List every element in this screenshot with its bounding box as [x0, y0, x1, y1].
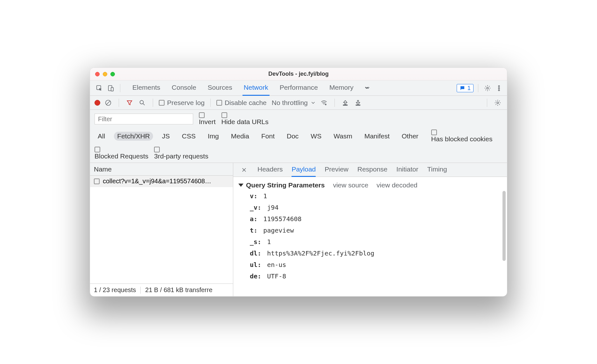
blocked-requests-toggle[interactable]: Blocked Requests	[95, 147, 148, 160]
preserve-log-toggle[interactable]: Preserve log	[159, 99, 205, 107]
disable-cache-label: Disable cache	[225, 99, 267, 107]
divider	[120, 84, 120, 92]
divider	[153, 99, 153, 107]
svg-rect-2	[111, 88, 113, 91]
invert-toggle[interactable]: Invert	[199, 112, 216, 126]
type-filter-media[interactable]: Media	[228, 132, 252, 141]
detail-body: Query String Parameters view source view…	[233, 177, 507, 296]
tab-performance[interactable]: Performance	[278, 80, 319, 96]
upload-har-icon[interactable]	[341, 98, 350, 108]
request-row[interactable]: collect?v=1&_v=j94&a=1195574608…	[90, 176, 233, 187]
tab-sources[interactable]: Sources	[207, 80, 234, 96]
type-filter-manifest[interactable]: Manifest	[361, 132, 393, 141]
param-row: _s: 1	[250, 238, 502, 246]
third-party-toggle[interactable]: 3rd-party requests	[154, 147, 208, 160]
clear-icon[interactable]	[103, 98, 113, 108]
type-filter-font[interactable]: Font	[258, 132, 278, 141]
request-name: collect?v=1&_v=j94&a=1195574608…	[103, 178, 211, 185]
param-row: ul: en-us	[250, 261, 502, 269]
more-tabs-chevrons-icon[interactable]	[362, 83, 372, 93]
param-key: v:	[250, 192, 257, 200]
param-value: pageview	[259, 227, 294, 234]
network-settings-gear-icon[interactable]	[493, 98, 502, 108]
request-row-checkbox[interactable]	[94, 178, 100, 184]
maximize-window-button[interactable]	[110, 72, 115, 76]
search-icon[interactable]	[137, 98, 147, 108]
third-party-label: 3rd-party requests	[154, 152, 208, 160]
svg-point-12	[497, 102, 499, 104]
invert-label: Invert	[199, 118, 216, 125]
third-party-checkbox[interactable]	[154, 147, 160, 152]
view-source-link[interactable]: view source	[333, 181, 368, 189]
view-decoded-link[interactable]: view decoded	[376, 181, 417, 189]
status-bar: 1 / 23 requests 21 B / 681 kB transferre	[90, 284, 233, 296]
detail-tab-timing[interactable]: Timing	[427, 163, 447, 177]
has-blocked-cookies-checkbox[interactable]	[431, 130, 437, 135]
tab-memory[interactable]: Memory	[328, 80, 355, 96]
inspect-icon[interactable]	[95, 83, 104, 93]
preserve-log-label: Preserve log	[167, 99, 205, 107]
settings-gear-icon[interactable]	[483, 83, 492, 93]
param-value: https%3A%2F%2Fjec.fyi%2Fblog	[263, 249, 374, 257]
svg-rect-10	[343, 105, 348, 105]
filter-funnel-icon[interactable]	[125, 98, 134, 108]
record-button[interactable]	[95, 100, 100, 106]
type-filter-wasm[interactable]: Wasm	[330, 132, 355, 141]
request-list: collect?v=1&_v=j94&a=1195574608…	[90, 176, 233, 284]
detail-panel: HeadersPayloadPreviewResponseInitiatorTi…	[233, 163, 507, 296]
column-header-name[interactable]: Name	[90, 163, 233, 176]
minimize-window-button[interactable]	[103, 72, 107, 76]
detail-tab-payload[interactable]: Payload	[291, 163, 316, 177]
content-split: Name collect?v=1&_v=j94&a=1195574608… 1 …	[90, 163, 507, 296]
hide-data-urls-label: Hide data URLs	[221, 118, 269, 125]
type-filter-other[interactable]: Other	[398, 132, 422, 141]
detail-tab-headers[interactable]: Headers	[257, 163, 283, 177]
device-toggle-icon[interactable]	[106, 83, 116, 93]
param-value: UTF-8	[263, 272, 286, 280]
close-detail-icon[interactable]	[240, 165, 249, 174]
filter-bar: Invert Hide data URLs AllFetch/XHRJSCSSI…	[90, 110, 507, 163]
network-toolbar: Preserve log Disable cache No throttling	[90, 96, 507, 110]
devtools-window: DevTools - jec.fyi/blog ElementsConsoleS…	[90, 67, 507, 297]
type-filter-img[interactable]: Img	[205, 132, 222, 141]
type-filter-fetch-xhr[interactable]: Fetch/XHR	[114, 132, 153, 141]
filter-input[interactable]	[95, 114, 193, 124]
section-header[interactable]: Query String Parameters view source view…	[238, 181, 502, 189]
type-filter-ws[interactable]: WS	[307, 132, 325, 141]
tab-console[interactable]: Console	[171, 80, 198, 96]
preserve-log-checkbox[interactable]	[159, 100, 165, 106]
blocked-requests-label: Blocked Requests	[95, 152, 148, 160]
type-filter-all[interactable]: All	[95, 132, 108, 141]
titlebar: DevTools - jec.fyi/blog	[90, 68, 507, 80]
param-row: v: 1	[250, 192, 502, 200]
issues-chip[interactable]: 1	[457, 84, 474, 92]
kebab-menu-icon[interactable]	[494, 83, 504, 93]
type-filter-css[interactable]: CSS	[179, 132, 199, 141]
type-filter-doc[interactable]: Doc	[284, 132, 302, 141]
blocked-requests-checkbox[interactable]	[95, 147, 100, 152]
has-blocked-cookies-toggle[interactable]: Has blocked cookies	[431, 130, 493, 143]
tab-network[interactable]: Network	[242, 80, 270, 96]
hide-data-urls-checkbox[interactable]	[221, 112, 227, 118]
param-row: a: 1195574608	[250, 215, 502, 223]
detail-tab-preview[interactable]: Preview	[325, 163, 348, 177]
param-row: de: UTF-8	[250, 272, 502, 280]
hide-data-urls-toggle[interactable]: Hide data URLs	[221, 112, 269, 126]
scrollbar-thumb[interactable]	[502, 191, 506, 261]
download-har-icon[interactable]	[353, 98, 363, 108]
network-conditions-icon[interactable]	[319, 98, 329, 108]
type-filter-js[interactable]: JS	[159, 132, 173, 141]
tab-elements[interactable]: Elements	[131, 80, 162, 96]
disclosure-triangle-icon[interactable]	[238, 184, 243, 187]
svg-point-6	[498, 89, 500, 91]
param-key: t:	[250, 227, 257, 234]
invert-checkbox[interactable]	[199, 112, 205, 118]
disable-cache-checkbox[interactable]	[216, 100, 222, 106]
detail-tab-response[interactable]: Response	[357, 163, 388, 177]
throttling-select[interactable]: No throttling	[272, 99, 316, 107]
param-row: t: pageview	[250, 227, 502, 234]
disable-cache-toggle[interactable]: Disable cache	[216, 99, 267, 107]
close-window-button[interactable]	[95, 72, 100, 76]
detail-tabs: HeadersPayloadPreviewResponseInitiatorTi…	[233, 163, 507, 177]
detail-tab-initiator[interactable]: Initiator	[397, 163, 418, 177]
